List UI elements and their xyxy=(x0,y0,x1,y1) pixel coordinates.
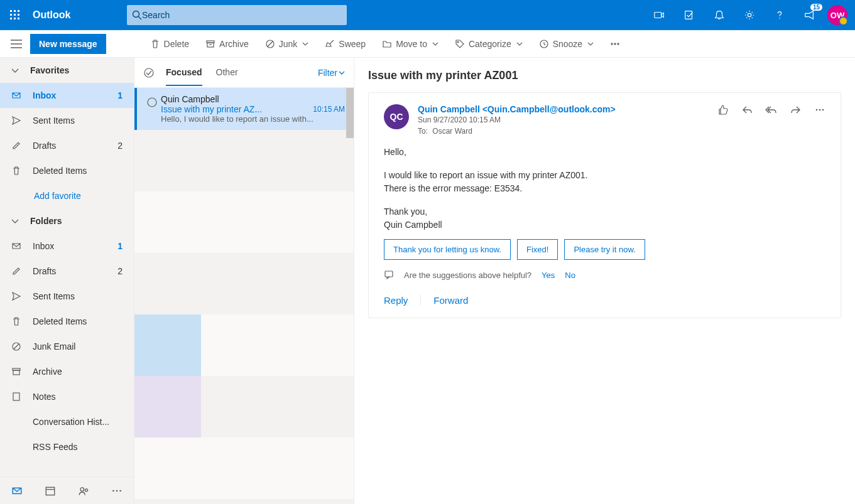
people-module-icon[interactable] xyxy=(78,485,89,496)
block-icon xyxy=(265,39,275,49)
more-actions-icon[interactable] xyxy=(814,104,825,136)
svg-point-26 xyxy=(614,43,616,44)
folder-conversation-history[interactable]: Conversation Hist... xyxy=(0,409,134,434)
archive-icon xyxy=(205,39,215,49)
sweep-button[interactable]: Sweep xyxy=(325,39,366,49)
app-launcher-icon[interactable] xyxy=(0,0,30,30)
notifications-icon[interactable] xyxy=(704,0,734,30)
favorites-header[interactable]: Favorites xyxy=(0,58,134,83)
chevron-down-icon xyxy=(339,70,345,76)
suggestion-feedback: Are the suggestions above helpful? Yes N… xyxy=(384,270,825,280)
settings-icon[interactable] xyxy=(734,0,765,30)
folder-archive[interactable]: Archive xyxy=(0,359,134,384)
svg-point-13 xyxy=(748,13,751,16)
ellipsis-icon xyxy=(610,39,620,49)
more-commands-button[interactable] xyxy=(610,39,620,49)
mail-module-icon[interactable] xyxy=(11,485,23,496)
snooze-button[interactable]: Snooze xyxy=(539,39,594,49)
folder-sent[interactable]: Sent Items xyxy=(0,284,134,309)
sidebar-item-sent[interactable]: Sent Items xyxy=(0,108,134,133)
teams-call-icon[interactable] xyxy=(644,0,674,30)
tab-other[interactable]: Other xyxy=(216,67,238,86)
archive-button[interactable]: Archive xyxy=(205,39,249,49)
folder-junk[interactable]: Junk Email xyxy=(0,334,134,359)
notification-badge: 15 xyxy=(810,4,822,11)
search-icon xyxy=(132,10,142,20)
forward-icon[interactable] xyxy=(790,104,802,136)
draft-icon xyxy=(11,266,21,276)
whatsnew-icon[interactable]: 15 xyxy=(795,0,825,30)
svg-rect-2 xyxy=(18,10,19,12)
clock-icon xyxy=(539,39,549,49)
categorize-button[interactable]: Categorize xyxy=(455,39,523,49)
feedback-no[interactable]: No xyxy=(565,271,575,280)
note-check-icon[interactable] xyxy=(674,0,704,30)
send-icon xyxy=(11,115,21,126)
folder-notes[interactable]: Notes xyxy=(0,384,134,409)
chevron-down-icon xyxy=(516,41,523,47)
nav-toggle-icon[interactable] xyxy=(4,40,29,48)
svg-rect-6 xyxy=(10,18,12,19)
message-item[interactable]: Quin Campbell Issue with my printer AZ..… xyxy=(134,88,354,130)
svg-point-37 xyxy=(112,490,114,491)
suggested-reply-1[interactable]: Thank you for letting us know. xyxy=(384,239,511,260)
feedback-yes[interactable]: Yes xyxy=(542,271,555,280)
reply-button[interactable]: Reply xyxy=(384,295,408,306)
suggested-reply-3[interactable]: Please try it now. xyxy=(564,239,645,260)
select-message-toggle[interactable] xyxy=(143,94,161,124)
folder-move-icon xyxy=(382,39,392,49)
sidebar-item-deleted[interactable]: Deleted Items xyxy=(0,158,134,183)
delete-button[interactable]: Delete xyxy=(150,39,189,49)
chevron-down-icon xyxy=(11,217,19,225)
empty-list-placeholder xyxy=(134,130,354,504)
sidebar: Favorites Inbox 1 Sent Items Drafts 2 De… xyxy=(0,58,134,504)
message-card: QC Quin Campbell <Quin.Campbell@outlook.… xyxy=(368,92,841,318)
svg-rect-33 xyxy=(46,487,55,495)
chevron-down-icon xyxy=(432,41,438,47)
svg-point-9 xyxy=(133,11,139,18)
reply-icon[interactable] xyxy=(741,104,753,136)
sidebar-item-drafts[interactable]: Drafts 2 xyxy=(0,133,134,158)
folders-header[interactable]: Folders xyxy=(0,208,134,233)
reply-all-icon[interactable] xyxy=(765,104,778,136)
svg-point-27 xyxy=(618,43,619,44)
select-all-toggle[interactable] xyxy=(143,67,155,78)
add-favorite-link[interactable]: Add favorite xyxy=(0,183,134,208)
feedback-icon xyxy=(384,270,394,280)
folder-inbox[interactable]: Inbox 1 xyxy=(0,233,134,259)
calendar-module-icon[interactable] xyxy=(45,485,56,496)
broom-icon xyxy=(325,39,335,49)
new-message-button[interactable]: New message xyxy=(30,34,106,54)
like-icon[interactable] xyxy=(717,104,729,136)
draft-icon xyxy=(11,141,21,151)
move-to-button[interactable]: Move to xyxy=(382,39,438,49)
message-preview: Hello, I would like to report an issue w… xyxy=(161,114,345,124)
sidebar-item-inbox[interactable]: Inbox 1 xyxy=(0,83,134,108)
suggested-reply-2[interactable]: Fixed! xyxy=(517,239,558,260)
account-avatar[interactable]: OW xyxy=(827,5,847,25)
filter-button[interactable]: Filter xyxy=(318,68,345,78)
chevron-down-icon xyxy=(587,41,594,47)
command-bar: New message Delete Archive Junk Sweep Mo… xyxy=(0,30,855,58)
forward-button[interactable]: Forward xyxy=(433,295,468,306)
folder-deleted[interactable]: Deleted Items xyxy=(0,309,134,334)
search-box[interactable] xyxy=(127,5,347,25)
tab-focused[interactable]: Focused xyxy=(166,67,202,86)
reading-pane: Issue with my printer AZ001 QC Quin Camp… xyxy=(354,58,855,504)
folder-rss[interactable]: RSS Feeds xyxy=(0,434,134,459)
svg-rect-3 xyxy=(10,14,12,16)
trash-icon xyxy=(11,166,21,176)
svg-point-42 xyxy=(816,109,818,111)
svg-line-29 xyxy=(14,344,19,349)
svg-point-44 xyxy=(822,109,824,111)
help-icon[interactable] xyxy=(765,0,795,30)
folder-drafts[interactable]: Drafts 2 xyxy=(0,259,134,284)
list-scrollbar[interactable] xyxy=(346,88,354,138)
sender-line[interactable]: Quin Campbell <Quin.Campbell@outlook.com… xyxy=(418,104,616,114)
more-modules-icon[interactable] xyxy=(111,485,123,496)
svg-rect-12 xyxy=(685,11,692,19)
trash-icon xyxy=(11,316,21,326)
search-input[interactable] xyxy=(142,10,342,20)
junk-button[interactable]: Junk xyxy=(265,39,309,49)
message-list-pane: Focused Other Filter Quin Campbell Issue… xyxy=(134,58,354,504)
